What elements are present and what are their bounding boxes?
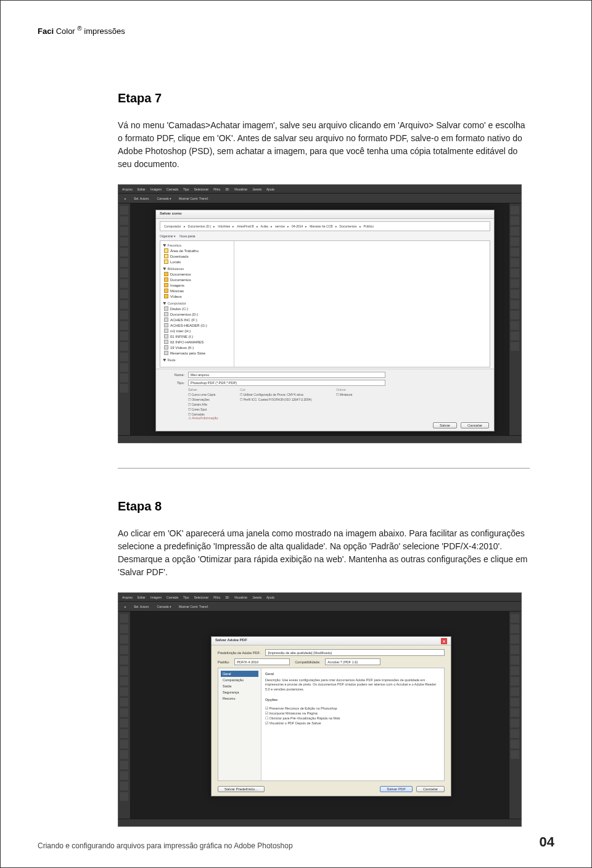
checkbox-option[interactable]: ☐ Canais Alfa bbox=[188, 403, 215, 406]
panel-icon[interactable] bbox=[511, 666, 519, 675]
pdf-sidenav[interactable]: GeralCompactaçãoSaídaSegurançaResumo bbox=[218, 668, 261, 780]
breadcrumb-segment[interactable]: Documentos bbox=[339, 224, 358, 228]
cancel-button[interactable]: Cancelar bbox=[416, 786, 445, 792]
tool-icon[interactable] bbox=[120, 248, 128, 256]
nav-item[interactable]: Vídeos bbox=[163, 293, 231, 299]
menu-item[interactable]: Arquivo bbox=[122, 596, 133, 599]
organize-button[interactable]: Organizar ▾ bbox=[160, 234, 176, 238]
nav-item[interactable]: ACHES INC (F:) bbox=[163, 317, 231, 322]
tool-icon[interactable] bbox=[120, 761, 128, 769]
panel-icon[interactable] bbox=[511, 206, 519, 215]
tool-icon[interactable] bbox=[120, 258, 128, 267]
breadcrumb-segment[interactable]: Aulas bbox=[260, 224, 270, 228]
panel-icon[interactable] bbox=[511, 614, 519, 623]
cancel-button[interactable]: Cancelar bbox=[461, 422, 489, 428]
tool-icon[interactable] bbox=[120, 363, 128, 372]
tool-icon[interactable] bbox=[120, 227, 128, 235]
panel-icon[interactable] bbox=[511, 311, 519, 319]
panel-icon[interactable] bbox=[511, 321, 519, 330]
pdf-side-item[interactable]: Geral bbox=[221, 671, 258, 677]
save-pdf-button[interactable]: Salvar PDF bbox=[380, 786, 413, 792]
nav-item[interactable]: Músicas bbox=[163, 288, 231, 293]
breadcrumb-segment[interactable]: Público bbox=[363, 224, 375, 228]
menu-item[interactable]: Camada bbox=[166, 187, 178, 191]
menu-item[interactable]: Ajuda bbox=[266, 187, 274, 191]
panel-icon[interactable] bbox=[511, 698, 519, 706]
menu-item[interactable]: Selecionar bbox=[194, 596, 209, 599]
menu-item[interactable]: Editar bbox=[138, 596, 146, 599]
tool-icon[interactable] bbox=[120, 782, 128, 790]
panel-icon[interactable] bbox=[511, 750, 519, 759]
tool-icon[interactable] bbox=[120, 666, 128, 675]
nav-item[interactable]: Imagens bbox=[163, 282, 231, 288]
menu-item[interactable]: Selecionar bbox=[194, 187, 209, 191]
tool-icon[interactable] bbox=[120, 290, 128, 298]
nav-item[interactable]: m1 inter (H:) bbox=[163, 328, 231, 334]
panel-icon[interactable] bbox=[511, 332, 519, 340]
panel-icon[interactable] bbox=[511, 300, 519, 309]
file-list-area[interactable] bbox=[234, 241, 490, 367]
tool-icon[interactable] bbox=[120, 332, 128, 340]
menu-item[interactable]: Imagem bbox=[150, 187, 162, 191]
checkbox-option[interactable]: ☐ Observações bbox=[188, 398, 215, 401]
panel-icon[interactable] bbox=[511, 290, 519, 298]
panel-icon[interactable] bbox=[511, 216, 519, 225]
checkbox-option[interactable]: ☐ Como uma Cópia bbox=[188, 393, 215, 396]
tool-icon[interactable] bbox=[120, 353, 128, 361]
nav-item[interactable]: Reservado pelo Siste bbox=[163, 350, 231, 356]
panel-icon[interactable] bbox=[511, 719, 519, 727]
nav-item[interactable]: Locais bbox=[163, 259, 231, 264]
menu-item[interactable]: Ajuda bbox=[266, 596, 274, 599]
tool-icon[interactable] bbox=[120, 687, 128, 696]
menu-item[interactable]: Tipo bbox=[183, 187, 189, 191]
tool-icon[interactable] bbox=[120, 279, 128, 288]
nav-item[interactable]: Documentos bbox=[163, 277, 231, 282]
tool-icon[interactable] bbox=[120, 719, 128, 727]
menu-item[interactable]: Visualizar bbox=[234, 187, 248, 191]
nav-item[interactable]: Documentos bbox=[163, 271, 231, 277]
checkbox-option[interactable]: ☐ Miniatura bbox=[336, 393, 352, 396]
menu-item[interactable]: 3D bbox=[225, 596, 229, 599]
tool-icon[interactable] bbox=[120, 269, 128, 277]
panel-icon[interactable] bbox=[511, 656, 519, 665]
tool-icon[interactable] bbox=[120, 321, 128, 330]
nav-item[interactable]: Downloads bbox=[163, 253, 231, 259]
panel-icon[interactable] bbox=[511, 677, 519, 686]
tool-icon[interactable] bbox=[120, 624, 128, 633]
tool-icon[interactable] bbox=[120, 656, 128, 665]
panel-icon[interactable] bbox=[511, 269, 519, 277]
tool-icon[interactable] bbox=[120, 792, 128, 801]
nav-group-header[interactable]: ⯆ Favoritos bbox=[163, 244, 231, 247]
compat-select[interactable]: Acrobat 7 (PDF 1.6) bbox=[325, 658, 380, 665]
menu-item[interactable]: Camada bbox=[166, 596, 178, 599]
nav-item[interactable]: ACHES-HEADER (G:) bbox=[163, 322, 231, 328]
save-button[interactable]: Salvar bbox=[433, 422, 457, 428]
type-select[interactable]: Photoshop PDF (*.PDF;*.PDP) bbox=[188, 380, 385, 386]
preset-select[interactable]: [Impressão de alta qualidade] (Modificad… bbox=[265, 649, 445, 656]
pdf-side-item[interactable]: Resumo bbox=[221, 695, 258, 702]
checkbox-option[interactable]: ☑ Incorporar Miniaturas na Página bbox=[265, 711, 440, 715]
tool-icon[interactable] bbox=[120, 750, 128, 759]
menu-item[interactable]: Filtro bbox=[213, 187, 220, 191]
tool-icon[interactable] bbox=[120, 614, 128, 623]
breadcrumb-segment[interactable]: InfoArtes bbox=[216, 224, 231, 228]
address-bar[interactable]: Computador▸Documentos (D:)▸InfoArtes▸Art… bbox=[160, 221, 490, 231]
menu-item[interactable]: Filtro bbox=[213, 596, 220, 599]
breadcrumb-segment[interactable]: service bbox=[274, 224, 286, 228]
nav-group-header[interactable]: ⯆ Computador bbox=[163, 301, 231, 305]
panel-icon[interactable] bbox=[511, 708, 519, 717]
nav-item[interactable]: 01 INFINE (I:) bbox=[163, 334, 231, 339]
pdf-side-item[interactable]: Segurança bbox=[221, 689, 258, 695]
pdf-side-item[interactable]: Saída bbox=[221, 683, 258, 689]
breadcrumb-segment[interactable]: 04-2014 bbox=[290, 224, 304, 228]
tool-icon[interactable] bbox=[120, 635, 128, 644]
menu-item[interactable]: 3D bbox=[225, 187, 229, 191]
menu-item[interactable]: Editar bbox=[138, 187, 146, 191]
menu-item[interactable]: Visualizar bbox=[234, 596, 248, 599]
save-preset-button[interactable]: Salvar Predefinido... bbox=[218, 786, 265, 792]
nav-item[interactable]: Área de Trabalho bbox=[163, 248, 231, 253]
menu-item[interactable]: Tipo bbox=[183, 596, 189, 599]
panel-icon[interactable] bbox=[511, 740, 519, 748]
breadcrumb-segment[interactable]: Computador bbox=[163, 224, 183, 228]
std-select[interactable]: PDF/X-4:2010 bbox=[234, 658, 290, 665]
